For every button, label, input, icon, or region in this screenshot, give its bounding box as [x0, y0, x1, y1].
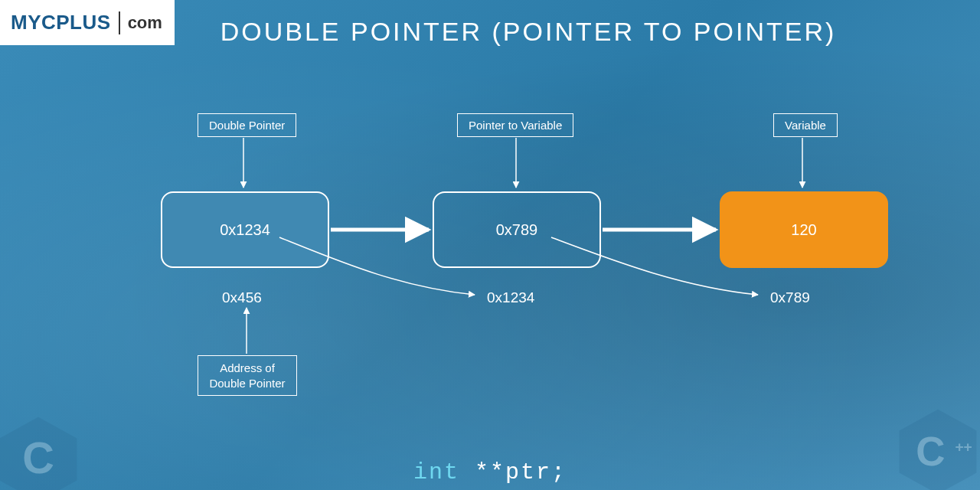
label-pointer-to-variable: Pointer to Variable [457, 113, 573, 137]
code-keyword: int [413, 459, 459, 485]
box-variable: 120 [720, 191, 888, 268]
box-double-pointer-value: 0x1234 [220, 221, 270, 239]
box-variable-value: 120 [791, 221, 816, 239]
page-title: DOUBLE POINTER (POINTER TO POINTER) [0, 17, 980, 47]
svg-text:++: ++ [955, 439, 972, 455]
address-box3: 0x789 [770, 289, 810, 306]
label-variable: Variable [773, 113, 838, 137]
code-snippet: int **ptr; [0, 459, 980, 485]
label-double-pointer: Double Pointer [198, 113, 296, 137]
code-rest: **ptr; [459, 459, 567, 485]
c-badge-icon: C [0, 413, 84, 490]
box-double-pointer: 0x1234 [161, 191, 329, 268]
address-box2: 0x1234 [487, 289, 534, 306]
cpp-badge-icon: C ++ [892, 406, 980, 490]
svg-text:C: C [22, 433, 54, 482]
address-box1: 0x456 [222, 289, 262, 306]
box-pointer-value: 0x789 [496, 221, 538, 239]
svg-text:C: C [916, 429, 945, 474]
label-address-of-double-pointer: Address ofDouble Pointer [198, 355, 297, 396]
box-pointer: 0x789 [433, 191, 601, 268]
